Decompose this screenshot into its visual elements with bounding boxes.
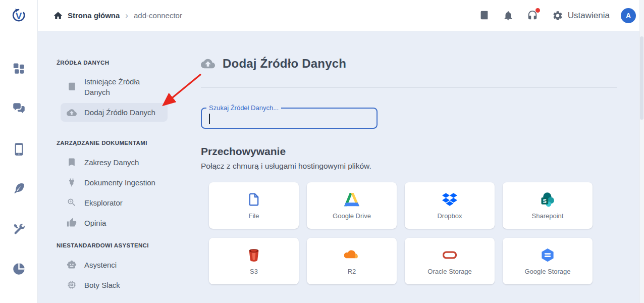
chat-icon[interactable] — [12, 102, 26, 116]
home-icon[interactable] — [53, 11, 63, 21]
sidebar-item-label: Opinia — [84, 219, 106, 227]
sidebar-item-label: Dodaj Źródło Danych — [84, 108, 155, 117]
settings-icon — [552, 10, 563, 21]
connector-card-google-drive[interactable]: Google Drive — [307, 182, 397, 229]
oracle-icon — [442, 247, 457, 263]
connector-grid: File Google Drive Dropbox S Sharepoint S… — [209, 182, 617, 284]
sidebar-item-feedback[interactable]: Opinia — [57, 213, 183, 233]
breadcrumb-current: add-connector — [134, 11, 182, 20]
connector-label: S3 — [250, 268, 258, 275]
svg-text:V: V — [16, 11, 22, 21]
connector-card-dropbox[interactable]: Dropbox — [405, 182, 495, 229]
main-content: Dodaj Źródło Danych Szukaj Źródeł Danych… — [201, 57, 617, 284]
connector-card-file[interactable]: File — [209, 182, 299, 229]
blocks-icon[interactable] — [12, 62, 26, 75]
connector-card-oracle-storage[interactable]: Oracle Storage — [405, 238, 495, 284]
sidebar-item-label: Boty Slack — [84, 281, 120, 289]
bookmark-icon — [67, 157, 77, 167]
cloud-upload-icon — [67, 108, 77, 118]
top-bar: Strona główna › add-connector Ustawienia… — [38, 0, 644, 31]
text-caret — [209, 114, 210, 124]
sidebar-item-label: Eksplorator — [84, 198, 123, 207]
connector-label: File — [249, 212, 259, 220]
connector-card-r2[interactable]: R2 — [307, 238, 397, 284]
s3-icon — [246, 247, 261, 263]
connector-card-sharepoint[interactable]: S Sharepoint — [503, 182, 593, 229]
sidebar-item-add-source[interactable]: Dodaj Źródło Danych — [61, 103, 168, 122]
sidebar-item-label: Asystenci — [84, 261, 117, 269]
sidebar-item-slack-bots[interactable]: Boty Slack — [57, 275, 183, 295]
cloud-upload-icon — [201, 57, 215, 71]
connector-label: Google Drive — [333, 212, 371, 220]
sidebar-item-explorer[interactable]: Eksplorator — [57, 192, 183, 213]
sidebar-item-label: Istniejące Źródła Danych — [84, 76, 151, 97]
app-logo[interactable]: V — [10, 6, 28, 24]
pie-chart-icon[interactable] — [12, 262, 26, 276]
connector-card-s3[interactable]: S3 — [209, 238, 299, 284]
avatar[interactable]: A — [621, 8, 636, 23]
breadcrumb-separator-icon: › — [125, 11, 128, 21]
settings-button[interactable]: Ustawienia — [552, 10, 610, 21]
topbar-actions: Ustawienia A — [465, 8, 636, 23]
tools-icon[interactable] — [12, 222, 26, 236]
scrollbar-thumb[interactable] — [640, 36, 643, 120]
plug-icon — [67, 177, 77, 187]
sidebar-item-assistants[interactable]: Asystenci — [57, 255, 183, 275]
connector-label: Sharepoint — [532, 212, 564, 220]
connector-label: Oracle Storage — [427, 268, 471, 275]
sidebar-item-label: Dokumenty Ingestion — [84, 178, 155, 187]
sidebar-item-ingestion-docs[interactable]: Dokumenty Ingestion — [57, 172, 183, 192]
connector-label: Dropbox — [437, 212, 462, 220]
sidebar-item-data-scopes[interactable]: Zakresy Danych — [57, 152, 183, 172]
section-subtitle: Połącz z chmurą i usługami hostingowymi … — [201, 162, 617, 171]
sidebar-item-existing-sources[interactable]: Istniejące Źródła Danych — [57, 75, 183, 99]
nav-section-data-sources: ŹRÓDŁA DANYCH — [57, 60, 183, 66]
search-field: Szukaj Źródeł Danych... — [201, 108, 378, 129]
settings-label: Ustawienia — [568, 11, 610, 21]
divider — [201, 87, 617, 88]
book-icon — [67, 82, 77, 92]
connector-label: Google Storage — [524, 268, 570, 275]
r2-icon — [344, 247, 359, 263]
sidebar-item-label: Zakresy Danych — [84, 158, 139, 167]
dropbox-icon — [442, 192, 457, 207]
connector-card-google-storage[interactable]: Google Storage — [503, 238, 593, 284]
section-heading: Przechowywanie — [201, 145, 617, 158]
nav-section-doc-management: ZARZĄDZANIE DOKUMENTAMI — [57, 140, 183, 146]
notification-badge — [535, 8, 540, 13]
page-header: Dodaj Źródło Danych — [201, 57, 617, 71]
svg-text:S: S — [543, 198, 547, 204]
search-label: Szukaj Źródeł Danych... — [206, 104, 281, 112]
robot-icon — [67, 260, 77, 270]
breadcrumb-home[interactable]: Strona główna — [68, 11, 120, 20]
sidebar-nav: ŹRÓDŁA DANYCH Istniejące Źródła Danych D… — [57, 60, 183, 295]
file-icon — [246, 192, 261, 207]
scrollbar-track — [639, 0, 644, 303]
page-title: Dodaj Źródło Danych — [223, 57, 346, 71]
icon-rail: V — [0, 0, 38, 303]
thumb-up-icon — [67, 218, 77, 228]
mobile-icon[interactable] — [12, 142, 26, 156]
google-storage-icon — [540, 247, 555, 263]
feather-icon[interactable] — [12, 182, 26, 195]
support-icon[interactable] — [527, 10, 538, 21]
google-drive-icon — [344, 192, 359, 207]
nav-section-custom-assistants: NIESTANDARDOWI ASYSTENCI — [57, 242, 183, 248]
zoom-in-icon — [67, 197, 77, 208]
connector-label: R2 — [348, 268, 356, 275]
notifications-icon[interactable] — [503, 10, 514, 21]
docs-icon[interactable] — [478, 10, 490, 21]
chip-icon — [67, 280, 77, 290]
sharepoint-icon: S — [540, 192, 555, 207]
breadcrumb: Strona główna › add-connector — [53, 11, 182, 21]
